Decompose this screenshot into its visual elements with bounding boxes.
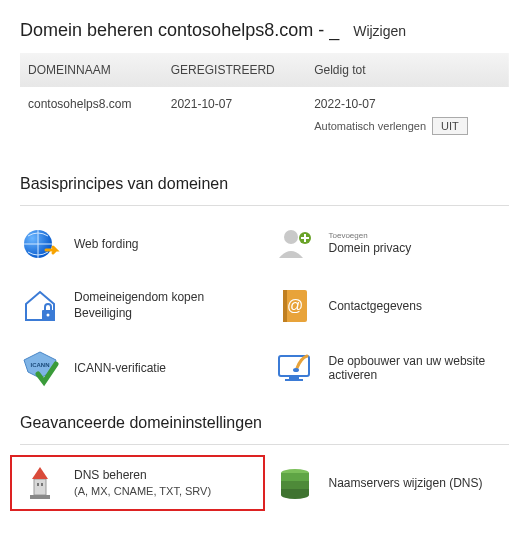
col-valid-until: Geldig tot (306, 53, 509, 87)
item-label-line1: Domeineigendom kopen (74, 290, 204, 306)
auto-renew-toggle[interactable]: UIT (432, 117, 468, 135)
col-registered: GEREGISTREERD (163, 53, 306, 87)
cell-domain-name: contosohelps8.com (20, 87, 163, 145)
domain-table: DOMEINNAAM GEREGISTREERD Geldig tot cont… (20, 53, 509, 145)
globe-arrow-icon (20, 224, 60, 264)
change-link[interactable]: Wijzigen (353, 23, 406, 39)
item-label: Contactgegevens (329, 299, 422, 313)
item-ownership-security[interactable]: Domeineigendom kopen Beveiliging (20, 286, 255, 326)
cell-valid-until: 2022-10-07 (314, 97, 501, 111)
house-lock-icon (20, 286, 60, 326)
item-domain-privacy[interactable]: Toevoegen Domein privacy (275, 224, 510, 264)
advanced-grid: DNS beheren (A, MX, CNAME, TXT, SRV) Naa… (20, 463, 509, 503)
svg-rect-16 (41, 483, 43, 486)
item-website-builder[interactable]: De opbouwer van uw website activeren (275, 348, 510, 388)
svg-text:@: @ (286, 297, 302, 314)
basics-heading: Basisprincipes van domeinen (20, 175, 509, 193)
monitor-brush-icon (275, 348, 315, 388)
icann-check-icon: ICANN (20, 348, 60, 388)
address-book-icon: @ (275, 286, 315, 326)
svg-text:ICANN: ICANN (31, 362, 50, 368)
page-title: Domein beheren contosohelps8.com - _ (20, 20, 339, 41)
item-icann-verification[interactable]: ICANN ICANN-verificatie (20, 348, 255, 388)
person-add-icon (275, 224, 315, 264)
svg-rect-10 (289, 376, 299, 379)
svg-point-4 (47, 314, 50, 317)
col-domain-name: DOMEINNAAM (20, 53, 163, 87)
svg-rect-13 (34, 479, 46, 495)
basics-grid: Web fording Toevoegen Domein privacy (20, 224, 509, 388)
dns-sub: (A, MX, CNAME, TXT, SRV) (74, 484, 211, 498)
svg-rect-14 (30, 495, 50, 499)
item-label: Web fording (74, 237, 138, 251)
item-label: ICANN-verificatie (74, 361, 166, 375)
item-label: Naamservers wijzigen (DNS) (329, 476, 483, 490)
item-label-line2: Beveiliging (74, 306, 204, 322)
item-nameservers[interactable]: Naamservers wijzigen (DNS) (275, 463, 510, 503)
item-contact-details[interactable]: @ Contactgegevens (275, 286, 510, 326)
dns-label: DNS beheren (74, 468, 211, 484)
cell-registered: 2021-10-07 (163, 87, 306, 145)
table-row: contosohelps8.com 2021-10-07 2022-10-07 … (20, 87, 509, 145)
advanced-heading: Geavanceerde domeininstellingen (20, 414, 509, 432)
svg-rect-15 (37, 483, 39, 486)
auto-renew-label: Automatisch verlengen (314, 120, 426, 132)
svg-rect-11 (285, 379, 303, 381)
item-label: Domein privacy (329, 241, 412, 257)
server-stack-icon (275, 463, 315, 503)
divider (20, 444, 509, 445)
privacy-add-label: Toevoegen (329, 231, 412, 241)
svg-point-12 (293, 368, 299, 372)
item-label: De opbouwer van uw website activeren (329, 354, 510, 382)
svg-point-1 (284, 230, 298, 244)
item-dns-manage[interactable]: DNS beheren (A, MX, CNAME, TXT, SRV) (10, 455, 265, 511)
item-web-forwarding[interactable]: Web fording (20, 224, 255, 264)
divider (20, 205, 509, 206)
dns-tower-icon (20, 463, 60, 503)
